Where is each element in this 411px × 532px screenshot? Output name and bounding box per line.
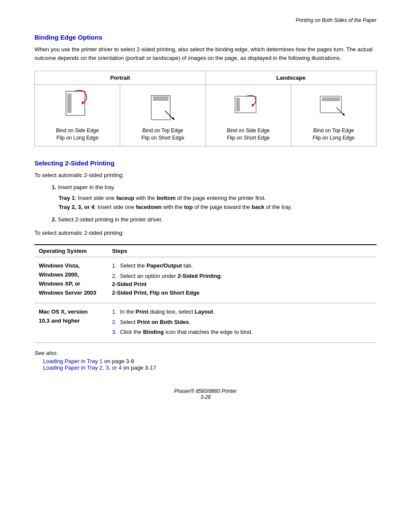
step-1-num: 1. bbox=[52, 184, 56, 190]
steps-list: 1. Insert paper in the tray. Tray 1: Ins… bbox=[43, 183, 377, 224]
link-tray1: Loading Paper in Tray 1 on page 3-9 bbox=[43, 358, 377, 364]
steps-header: Steps bbox=[108, 245, 377, 257]
portrait-side-caption: Bind on Side EdgeFlip on Long Edge bbox=[56, 127, 99, 142]
step-1: 1. Insert paper in the tray. Tray 1: Ins… bbox=[52, 183, 377, 212]
win-step-2: 2. Select an option under 2-Sided Printi… bbox=[112, 272, 372, 297]
svg-rect-22 bbox=[321, 96, 342, 113]
mac-step-1: 1. In the Print dialog box, select Layou… bbox=[112, 308, 372, 316]
svg-rect-7 bbox=[151, 96, 170, 120]
selecting-intro: To select automatic 2-sided printing: bbox=[34, 171, 377, 180]
binding-edge-section: Binding Edge Options When you use the pr… bbox=[34, 34, 377, 146]
landscape-header: Landscape bbox=[206, 71, 377, 85]
tray1-instruction: Tray 1: Insert side one faceup with the … bbox=[59, 194, 377, 203]
see-also-label: See also: bbox=[34, 350, 377, 356]
step-2: 2. Select 2-sided printing in the printe… bbox=[52, 215, 377, 224]
link-tray234-suffix: on page 3-17 bbox=[121, 364, 156, 371]
step-2-text: Select 2-sided printing in the printer d… bbox=[58, 216, 163, 223]
link-tray1-suffix: on page 3-9 bbox=[103, 358, 134, 364]
footer-line1: Phaser® 8560/8860 Printer bbox=[34, 388, 377, 394]
mac-step-2: 2. Select Print on Both Sides. bbox=[112, 318, 372, 327]
mac-steps: 1. In the Print dialog box, select Layou… bbox=[108, 303, 377, 343]
os-header: Operating System bbox=[34, 245, 108, 257]
portrait-top-caption: Bind on Top EdgeFlip on Short Edge bbox=[141, 127, 184, 142]
selecting-section-title: Selecting 2-Sided Printing bbox=[34, 159, 377, 167]
steps-table: Operating System Steps Windows Vista,Win… bbox=[34, 244, 377, 343]
selecting-intro2: To select automatic 2-sided printing: bbox=[34, 229, 377, 238]
landscape-side-edge-icon bbox=[233, 89, 263, 124]
step-1-sub: Tray 1: Insert side one faceup with the … bbox=[59, 194, 377, 212]
windows-steps: 1. Select the Paper/Output tab. 2. Selec… bbox=[108, 257, 377, 303]
landscape-top-edge-cell: Bind on Top EdgeFlip on Long Edge bbox=[291, 85, 376, 146]
binding-table: Portrait Landscape bbox=[34, 71, 377, 146]
loading-tray1-link[interactable]: Loading Paper in Tray 1 bbox=[43, 358, 103, 364]
tray234-instruction: Tray 2, 3, or 4: Insert side one facedow… bbox=[59, 203, 377, 212]
win-step-1: 1. Select the Paper/Output tab. bbox=[112, 261, 372, 270]
mac-step-3: 3. Click the Binding icon that matches t… bbox=[112, 328, 372, 336]
mac-steps-list: 1. In the Print dialog box, select Layou… bbox=[112, 308, 372, 336]
portrait-header: Portrait bbox=[35, 71, 206, 85]
windows-os: Windows Vista,Windows 2000,Windows XP, o… bbox=[34, 257, 108, 303]
landscape-top-edge-icon bbox=[318, 89, 349, 124]
mac-row: Mac OS X, version10.3 and higher 1. In t… bbox=[34, 303, 377, 343]
selecting-section: Selecting 2-Sided Printing To select aut… bbox=[34, 159, 377, 371]
windows-steps-list: 1. Select the Paper/Output tab. 2. Selec… bbox=[112, 261, 372, 297]
binding-section-title: Binding Edge Options bbox=[34, 34, 377, 41]
portrait-side-edge-cell: Bind on Side EdgeFlip on Long Edge bbox=[35, 85, 120, 146]
windows-row: Windows Vista,Windows 2000,Windows XP, o… bbox=[34, 257, 377, 303]
mac-os: Mac OS X, version10.3 and higher bbox=[34, 303, 108, 343]
page-header: Printing on Both Sides of the Paper bbox=[34, 17, 377, 23]
landscape-side-caption: Bind on Side EdgeFlip on Short Edge bbox=[227, 127, 269, 142]
link-tray234: Loading Paper in Tray 2, 3, or 4 on page… bbox=[43, 364, 377, 371]
page-footer: Phaser® 8560/8860 Printer 3-28 bbox=[34, 388, 377, 400]
binding-intro: When you use the printer driver to selec… bbox=[34, 45, 377, 62]
step-2-num: 2. bbox=[52, 216, 56, 223]
portrait-side-edge-icon bbox=[62, 89, 93, 124]
step-1-text: Insert paper in the tray. bbox=[58, 184, 115, 190]
landscape-top-caption: Bind on Top EdgeFlip on Long Edge bbox=[313, 127, 355, 142]
portrait-top-edge-icon bbox=[148, 89, 178, 124]
footer-line2: 3-28 bbox=[34, 394, 377, 400]
portrait-top-edge-cell: Bind on Top EdgeFlip on Short Edge bbox=[120, 85, 206, 146]
landscape-side-edge-cell: Bind on Side EdgeFlip on Short Edge bbox=[206, 85, 291, 146]
loading-tray234-link[interactable]: Loading Paper in Tray 2, 3, or 4 bbox=[43, 364, 121, 371]
header-text: Printing on Both Sides of the Paper bbox=[296, 17, 377, 23]
